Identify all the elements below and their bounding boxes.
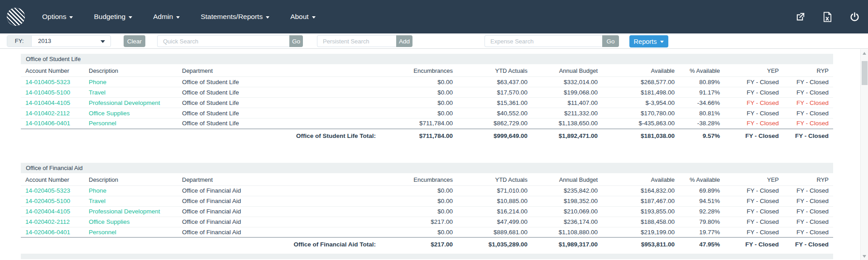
ytd-actuals-cell: $47,499.00 xyxy=(457,217,532,227)
yep-cell: FY - Closed xyxy=(724,108,783,118)
scroll-up-arrow-icon[interactable] xyxy=(861,49,868,57)
total-label: Office of Financial Aid Total: xyxy=(21,237,380,251)
pct-available-cell: -38.28% xyxy=(679,118,724,129)
column-header-description: Description xyxy=(84,173,177,186)
description-cell: Professional Development xyxy=(84,98,177,108)
yep-cell: FY - Closed xyxy=(724,98,783,108)
yep-cell: FY - Closed xyxy=(724,196,783,206)
quick-search-go-button[interactable]: Go xyxy=(289,35,303,47)
total-annual-budget: $1,989,317.00 xyxy=(532,237,602,251)
description-link[interactable]: Professional Development xyxy=(89,208,160,215)
menu-budgeting[interactable]: Budgeting xyxy=(94,13,132,21)
ryp-cell: FY - Closed xyxy=(783,77,833,87)
department-cell: Office of Student Life xyxy=(177,87,380,98)
account-row: 14-020405-5323PhoneOffice of Financial A… xyxy=(21,185,833,196)
menu-admin[interactable]: Admin xyxy=(153,13,180,21)
department-section: Office of Financial AidAccount NumberDes… xyxy=(21,163,833,251)
clear-button[interactable]: Clear xyxy=(124,35,145,47)
ytd-actuals-cell: $71,010.00 xyxy=(457,185,532,196)
description-link[interactable]: Professional Development xyxy=(89,99,160,106)
encumbrances-cell: $0.00 xyxy=(380,98,457,108)
yep-cell: FY - Closed xyxy=(724,217,783,227)
encumbrances-cell: $711,784.00 xyxy=(380,118,457,129)
scroll-down-arrow-icon[interactable] xyxy=(861,252,868,260)
app-logo-icon xyxy=(7,8,25,26)
account-number-cell: 14-020402-2112 xyxy=(21,217,84,227)
encumbrances-cell: $0.00 xyxy=(380,185,457,196)
department-cell: Office of Financial Aid xyxy=(177,206,380,217)
column-header-account-number: Account Number xyxy=(21,173,84,186)
account-number-link[interactable]: 14-010402-2112 xyxy=(25,110,70,117)
encumbrances-cell: $217.00 xyxy=(380,217,457,227)
account-table: Account NumberDescriptionDepartmentEncum… xyxy=(21,173,833,251)
excel-export-icon[interactable] xyxy=(822,11,833,22)
account-number-link[interactable]: 14-020402-2112 xyxy=(25,218,70,225)
toolbar: FY: 2013 Clear Go Add Go Reports xyxy=(0,33,868,49)
account-row: 14-010406-0401PersonnelOffice of Student… xyxy=(21,118,833,129)
annual-budget-cell: $332,014.00 xyxy=(532,77,602,87)
account-number-link[interactable]: 14-020404-4105 xyxy=(25,208,70,215)
column-header-department: Department xyxy=(177,64,380,77)
description-link[interactable]: Office Supplies xyxy=(89,110,130,117)
account-number-link[interactable]: 14-010405-5100 xyxy=(25,89,70,96)
open-external-icon[interactable] xyxy=(795,11,806,22)
account-number-cell: 14-010405-5100 xyxy=(21,87,84,98)
column-header-available: % Available xyxy=(679,64,724,77)
persistent-search-add-button[interactable]: Add xyxy=(396,35,412,47)
account-row: 14-010405-5100TravelOffice of Student Li… xyxy=(21,87,833,98)
scrollbar-thumb[interactable] xyxy=(862,61,868,85)
account-row: 14-020402-2112Office SuppliesOffice of F… xyxy=(21,217,833,227)
account-number-cell: 14-010402-2112 xyxy=(21,108,84,118)
menu-statements-reports[interactable]: Statements/Reports xyxy=(201,13,269,21)
description-link[interactable]: Personnel xyxy=(89,120,116,127)
pct-available-cell: 69.89% xyxy=(679,185,724,196)
column-header-department: Department xyxy=(177,173,380,186)
description-link[interactable]: Travel xyxy=(89,198,106,204)
description-link[interactable]: Personnel xyxy=(89,229,116,236)
menu-about[interactable]: About xyxy=(290,13,316,21)
account-number-link[interactable]: 14-020405-5100 xyxy=(25,198,70,204)
fiscal-year-select[interactable]: 2013 xyxy=(32,36,110,47)
power-icon[interactable] xyxy=(849,11,860,22)
menu-options[interactable]: Options xyxy=(42,13,73,21)
yep-cell: FY - Closed xyxy=(724,118,783,129)
vertical-scrollbar[interactable] xyxy=(860,49,868,260)
yep-cell: FY - Closed xyxy=(724,87,783,98)
total-pct-available: 47.95% xyxy=(679,237,724,251)
column-header-annual-budget: Annual Budget xyxy=(532,64,602,77)
description-cell: Office Supplies xyxy=(84,108,177,118)
account-number-link[interactable]: 14-010406-0401 xyxy=(25,120,70,127)
description-cell: Travel xyxy=(84,87,177,98)
account-number-link[interactable]: 14-020406-0401 xyxy=(25,229,70,236)
main-menu: OptionsBudgetingAdminStatements/ReportsA… xyxy=(42,13,316,21)
column-header-available: Available xyxy=(602,64,679,77)
description-cell: Professional Development xyxy=(84,206,177,217)
annual-budget-cell: $211,332.00 xyxy=(532,108,602,118)
column-header-available: Available xyxy=(602,173,679,186)
ryp-cell: FY - Closed xyxy=(783,217,833,227)
menu-label: Admin xyxy=(153,13,173,21)
expense-search-go-button[interactable]: Go xyxy=(602,35,619,47)
reports-dropdown-button[interactable]: Reports xyxy=(629,35,668,47)
ryp-cell: FY - Closed xyxy=(783,98,833,108)
account-number-link[interactable]: 14-010404-4105 xyxy=(25,99,70,106)
select-caret-icon xyxy=(101,40,105,43)
account-number-link[interactable]: 14-020405-5323 xyxy=(25,187,70,194)
account-row: 14-010402-2112Office SuppliesOffice of S… xyxy=(21,108,833,118)
column-header-ryp: RYP xyxy=(783,173,833,186)
description-link[interactable]: Office Supplies xyxy=(89,218,130,225)
ryp-cell: FY - Closed xyxy=(783,185,833,196)
quick-search-input[interactable] xyxy=(157,35,289,47)
expense-search-input[interactable] xyxy=(484,35,602,47)
column-header-ryp: RYP xyxy=(783,64,833,77)
description-link[interactable]: Phone xyxy=(89,79,106,85)
annual-budget-cell: $11,407.00 xyxy=(532,98,602,108)
department-cell: Office of Student Life xyxy=(177,108,380,118)
description-link[interactable]: Phone xyxy=(89,187,106,194)
account-number-link[interactable]: 14-010405-5323 xyxy=(25,79,70,85)
section-total-row: Office of Financial Aid Total:$217.00$1,… xyxy=(21,237,833,251)
department-cell: Office of Financial Aid xyxy=(177,185,380,196)
description-link[interactable]: Travel xyxy=(89,89,106,96)
annual-budget-cell: $1,138,650.00 xyxy=(532,118,602,129)
persistent-search-input[interactable] xyxy=(317,35,396,47)
